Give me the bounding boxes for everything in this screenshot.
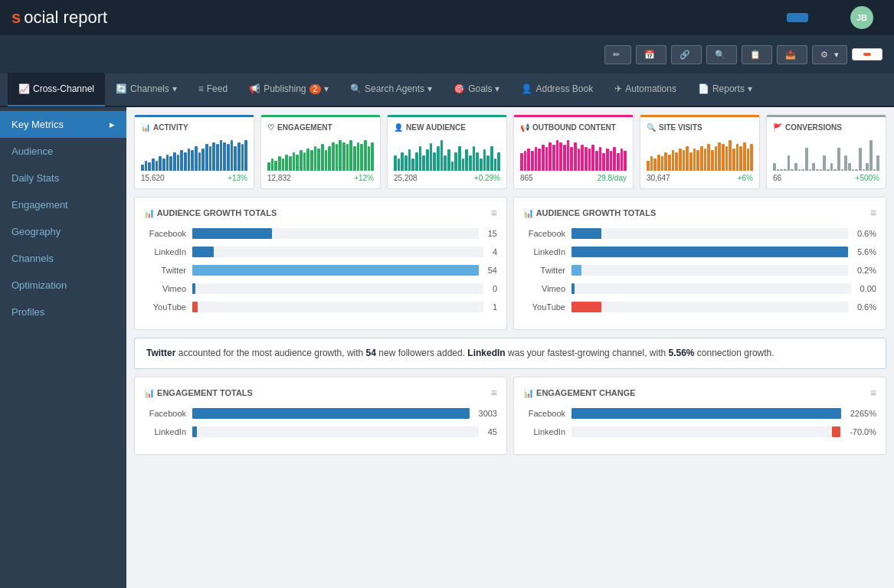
metric-bar xyxy=(866,163,869,171)
tab-channels[interactable]: 🔄 Channels ▾ xyxy=(105,73,188,106)
metric-bar xyxy=(542,145,545,171)
calendar-button[interactable]: 📅 xyxy=(636,45,666,64)
metric-card-conversions[interactable]: 🚩 CONVERSIONS 66 +500% xyxy=(766,115,886,189)
sidebar-item-key-metrics[interactable]: Key Metrics ▸ xyxy=(0,111,126,138)
sidebar-item-channels[interactable]: Channels xyxy=(0,245,126,272)
tab-feed[interactable]: ≡ Feed xyxy=(188,73,238,106)
tab-search-agents[interactable]: 🔍 Search Agents ▾ xyxy=(339,73,443,106)
sidebar-item-daily-stats[interactable]: Daily Stats xyxy=(0,165,126,191)
bar-value: 3003 xyxy=(479,409,497,418)
bar-track xyxy=(571,426,840,437)
metric-icon: 📢 xyxy=(520,123,529,132)
automations-icon: ✈ xyxy=(614,83,622,94)
tab-reports[interactable]: 📄 Reports ▾ xyxy=(687,73,763,106)
metric-bar xyxy=(198,152,201,171)
bar-chart-row: LinkedIn -70.0% xyxy=(523,426,876,437)
project-bar: ✏ 📅 🔗 🔍 📋 📤 ⚙ ▾ xyxy=(0,35,894,74)
tab-cross-channel[interactable]: 📈 Cross-Channel xyxy=(8,73,105,106)
metric-footer: 12,832 +12% xyxy=(267,174,374,182)
tab-address-book[interactable]: 👤 Address Book xyxy=(510,73,604,106)
metric-value: 25,208 xyxy=(394,174,418,182)
engagement-menu-icon[interactable]: ≡ xyxy=(491,387,497,399)
metric-card-title: 📊 ACTIVITY xyxy=(141,123,247,132)
metric-bar xyxy=(750,144,753,171)
support-button[interactable] xyxy=(831,13,847,22)
bar-track xyxy=(192,408,470,419)
user-menu[interactable]: JB xyxy=(850,6,883,29)
metric-card-new-audience[interactable]: 👤 NEW AUDIENCE 25,208 +0.29% xyxy=(387,115,507,189)
bar-label: LinkedIn xyxy=(523,247,565,256)
metric-bar xyxy=(812,163,815,171)
search-icon: 🔍 xyxy=(715,50,725,60)
projects-button[interactable] xyxy=(812,13,827,22)
settings-button[interactable]: ⚙ ▾ xyxy=(812,45,847,64)
metric-bar xyxy=(437,146,440,171)
audience-growth-right-title: 📊 AUDIENCE GROWTH TOTALS ≡ xyxy=(523,207,876,219)
metric-card-site-visits[interactable]: 🔍 SITE VISITS 30,647 +6% xyxy=(640,115,760,189)
schedule-report-button[interactable]: 📋 xyxy=(742,45,772,64)
bar-chart-row: Facebook 2265% xyxy=(523,408,876,419)
twitter-highlight: Twitter xyxy=(146,348,175,358)
bar-chart-row: Twitter 54 xyxy=(144,265,497,276)
engagement-change-menu-icon[interactable]: ≡ xyxy=(870,387,876,399)
sidebar-item-profiles[interactable]: Profiles xyxy=(0,299,126,325)
bar-chart-row: Facebook 0.6% xyxy=(523,228,876,239)
tab-automations[interactable]: ✈ Automations xyxy=(604,73,687,106)
tab-publishing[interactable]: 📢 Publishing 2 ▾ xyxy=(238,73,339,106)
publishing-icon: 📢 xyxy=(249,83,260,94)
home-button[interactable] xyxy=(787,13,808,22)
metric-bar xyxy=(863,169,866,171)
export-button[interactable]: 📤 xyxy=(777,45,807,64)
sidebar-item-audience[interactable]: Audience xyxy=(0,138,126,165)
bar-value: 0.6% xyxy=(857,302,876,312)
menu-icon-right[interactable]: ≡ xyxy=(870,207,876,219)
metric-card-outbound-content[interactable]: 📢 OUTBOUND CONTENT 865 29.8/day xyxy=(513,115,634,189)
metric-card-engagement[interactable]: ♡ ENGAGEMENT 12,832 +12% xyxy=(260,115,381,189)
bar-chart-row: Facebook 15 xyxy=(144,228,497,239)
bar-chart-row: LinkedIn 5.6% xyxy=(523,247,876,257)
metric-bar xyxy=(451,162,454,171)
logo: s ocial report xyxy=(11,8,107,28)
metric-card-activity[interactable]: 📊 ACTIVITY 15,620 +13% xyxy=(134,115,254,189)
metric-bar xyxy=(784,169,787,171)
project-actions: ✏ 📅 🔗 🔍 📋 📤 ⚙ ▾ xyxy=(604,45,883,64)
metric-bar xyxy=(798,169,801,171)
metric-bar xyxy=(415,152,418,171)
metric-bar xyxy=(237,142,241,171)
tab-goals[interactable]: 🎯 Goals ▾ xyxy=(443,73,510,106)
metric-bar xyxy=(574,142,577,171)
connect-profiles-button[interactable]: 🔗 xyxy=(671,45,702,64)
metric-card-title: 🚩 CONVERSIONS xyxy=(773,123,879,132)
bar-value: 1 xyxy=(493,302,497,312)
bar-value: 0 xyxy=(493,284,497,293)
bar-fill xyxy=(192,228,272,239)
bar-label: Vimeo xyxy=(523,284,565,293)
metric-bar xyxy=(704,149,707,171)
new-search-button[interactable]: 🔍 xyxy=(706,45,737,64)
metric-bar xyxy=(234,146,237,171)
bar-track xyxy=(192,426,479,437)
metric-bar xyxy=(718,142,721,171)
date-picker[interactable] xyxy=(852,48,883,60)
metric-bar xyxy=(693,149,696,171)
metric-bar xyxy=(401,152,404,171)
sidebar-item-optimization[interactable]: Optimization xyxy=(0,272,126,299)
metric-bar xyxy=(433,152,436,171)
bar-label: LinkedIn xyxy=(144,247,186,256)
metric-bar xyxy=(310,150,313,171)
metric-bar xyxy=(686,146,689,171)
feed-icon: ≡ xyxy=(198,83,204,94)
metric-bar xyxy=(227,144,230,171)
menu-icon[interactable]: ≡ xyxy=(491,207,497,219)
metric-bar xyxy=(578,149,581,171)
bar-fill xyxy=(192,247,214,257)
info-banner: Twitter accounted for the most audience … xyxy=(134,338,886,369)
bar-chart-row: YouTube 1 xyxy=(144,302,497,312)
metric-change: +13% xyxy=(228,174,247,182)
metric-bar xyxy=(624,151,627,171)
metric-bar xyxy=(747,149,750,171)
metric-bar xyxy=(809,169,812,171)
sidebar-item-engagement[interactable]: Engagement xyxy=(0,191,126,218)
sidebar-item-geography[interactable]: Geography xyxy=(0,218,126,245)
compose-button[interactable]: ✏ xyxy=(604,45,631,64)
